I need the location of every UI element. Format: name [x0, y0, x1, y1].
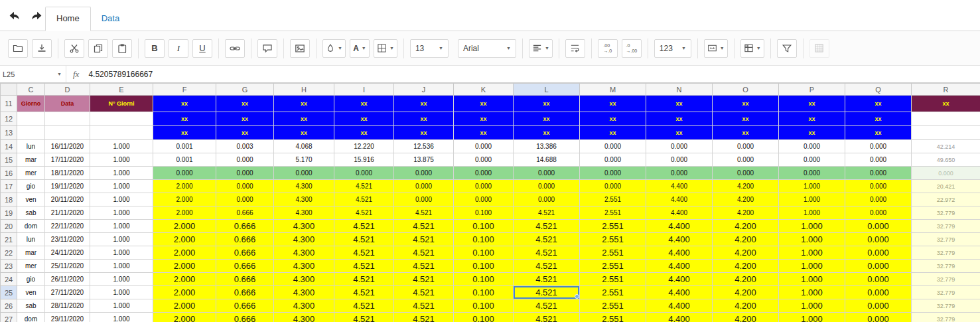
- tab-data[interactable]: Data: [91, 7, 130, 31]
- column-header-E[interactable]: E: [90, 84, 153, 96]
- wrap-text-button[interactable]: [565, 39, 585, 58]
- cell-G15[interactable]: 0.000: [216, 153, 274, 167]
- column-header-C[interactable]: C: [17, 84, 45, 96]
- cell-J16[interactable]: 0.000: [394, 167, 454, 180]
- cell-L17[interactable]: 0.000: [514, 180, 580, 193]
- column-header-G[interactable]: G: [216, 84, 274, 96]
- cell-N27[interactable]: 4.400: [646, 313, 713, 322]
- cell-N23[interactable]: 4.400: [646, 260, 713, 273]
- copy-button[interactable]: [88, 39, 108, 58]
- cell-Q17[interactable]: 0.000: [845, 180, 912, 193]
- cell-C15[interactable]: mar: [17, 153, 45, 167]
- cell-I27[interactable]: 4.521: [334, 313, 394, 322]
- cell-E13[interactable]: [90, 126, 153, 140]
- cell-G20[interactable]: 0.666: [216, 220, 274, 233]
- cell-O16[interactable]: 0.000: [713, 167, 779, 180]
- cell-F14[interactable]: 0.001: [153, 140, 216, 153]
- merge-cells-button[interactable]: ▼: [704, 39, 728, 58]
- cell-G22[interactable]: 0.666: [216, 246, 274, 260]
- cell-J13[interactable]: xx: [394, 126, 454, 140]
- column-header-O[interactable]: O: [713, 84, 779, 96]
- cell-E26[interactable]: 1.000: [90, 299, 153, 313]
- cell-R26[interactable]: 32.779: [912, 299, 980, 313]
- row-header-24[interactable]: 24: [1, 273, 17, 286]
- cell-I25[interactable]: 4.521: [334, 286, 394, 299]
- cell-M27[interactable]: 2.551: [580, 313, 646, 322]
- tab-home[interactable]: Home: [45, 7, 91, 31]
- cell-C27[interactable]: dom: [17, 313, 45, 322]
- cell-G17[interactable]: 0.000: [216, 180, 274, 193]
- cell-L25[interactable]: 4.521: [514, 286, 580, 299]
- cell-R19[interactable]: 32.779: [912, 206, 980, 220]
- cell-R11[interactable]: xx: [912, 96, 980, 112]
- row-header-17[interactable]: 17: [1, 180, 17, 193]
- cell-N21[interactable]: 4.400: [646, 233, 713, 246]
- cell-M24[interactable]: 2.551: [580, 273, 646, 286]
- cell-I17[interactable]: 4.521: [334, 180, 394, 193]
- cell-C24[interactable]: gio: [17, 273, 45, 286]
- cell-F26[interactable]: 2.000: [153, 299, 216, 313]
- cell-D18[interactable]: 20/11/2020: [45, 193, 90, 206]
- cell-H15[interactable]: 5.170: [274, 153, 334, 167]
- cell-E12[interactable]: [90, 112, 153, 126]
- cell-L22[interactable]: 4.521: [514, 246, 580, 260]
- cell-C25[interactable]: ven: [17, 286, 45, 299]
- cell-P25[interactable]: 1.000: [779, 286, 845, 299]
- cell-J27[interactable]: 4.521: [394, 313, 454, 322]
- cell-J25[interactable]: 4.521: [394, 286, 454, 299]
- cell-R12[interactable]: [912, 112, 980, 126]
- cell-J20[interactable]: 4.521: [394, 220, 454, 233]
- cell-F23[interactable]: 2.000: [153, 260, 216, 273]
- open-button[interactable]: [8, 39, 28, 58]
- cell-F18[interactable]: 2.000: [153, 193, 216, 206]
- cell-G26[interactable]: 0.666: [216, 299, 274, 313]
- name-box[interactable]: L25 ▼: [0, 66, 66, 82]
- cell-G23[interactable]: 0.666: [216, 260, 274, 273]
- cell-Q12[interactable]: xx: [845, 112, 912, 126]
- cell-R13[interactable]: [912, 126, 980, 140]
- redo-button[interactable]: [29, 8, 44, 23]
- cell-L19[interactable]: 4.521: [514, 206, 580, 220]
- cell-R25[interactable]: 32.779: [912, 286, 980, 299]
- cell-G11[interactable]: xx: [216, 96, 274, 112]
- cell-E18[interactable]: 1.000: [90, 193, 153, 206]
- cell-L16[interactable]: 0.000: [514, 167, 580, 180]
- cell-F21[interactable]: 2.000: [153, 233, 216, 246]
- cell-C14[interactable]: lun: [17, 140, 45, 153]
- cell-K20[interactable]: 0.100: [454, 220, 514, 233]
- cell-C26[interactable]: sab: [17, 299, 45, 313]
- cell-J21[interactable]: 4.521: [394, 233, 454, 246]
- cell-R14[interactable]: 42.214: [912, 140, 980, 153]
- cell-R15[interactable]: 49.650: [912, 153, 980, 167]
- cell-Q13[interactable]: xx: [845, 126, 912, 140]
- cell-N14[interactable]: 0.000: [646, 140, 713, 153]
- fill-color-button[interactable]: ▼: [322, 39, 346, 58]
- cell-F13[interactable]: xx: [153, 126, 216, 140]
- cell-D16[interactable]: 18/11/2020: [45, 167, 90, 180]
- cell-Q15[interactable]: 0.000: [845, 153, 912, 167]
- borders-button[interactable]: ▼: [374, 39, 397, 58]
- cell-O21[interactable]: 4.200: [713, 233, 779, 246]
- cell-C22[interactable]: mar: [17, 246, 45, 260]
- cell-H22[interactable]: 4.300: [274, 246, 334, 260]
- cell-M20[interactable]: 2.551: [580, 220, 646, 233]
- freeze-panes-button[interactable]: ▼: [740, 39, 764, 58]
- cell-D17[interactable]: 19/11/2020: [45, 180, 90, 193]
- number-format-select[interactable]: 123 ▼: [654, 39, 691, 58]
- row-header-11[interactable]: 11: [1, 96, 17, 112]
- cell-M11[interactable]: xx: [580, 96, 646, 112]
- cell-P16[interactable]: 0.000: [779, 167, 845, 180]
- font-size-select[interactable]: 13 ▼: [410, 39, 449, 58]
- cell-H20[interactable]: 4.300: [274, 220, 334, 233]
- cell-H19[interactable]: 4.300: [274, 206, 334, 220]
- cell-L23[interactable]: 4.521: [514, 260, 580, 273]
- cell-J19[interactable]: 4.521: [394, 206, 454, 220]
- cell-L11[interactable]: xx: [514, 96, 580, 112]
- cell-H13[interactable]: xx: [274, 126, 334, 140]
- insert-image-button[interactable]: [290, 39, 310, 58]
- cell-N20[interactable]: 4.400: [646, 220, 713, 233]
- cell-R16[interactable]: 0.000: [912, 167, 980, 180]
- cut-button[interactable]: [64, 39, 84, 58]
- decrease-decimal-button[interactable]: .00→.0: [598, 39, 618, 58]
- cell-O22[interactable]: 4.200: [713, 246, 779, 260]
